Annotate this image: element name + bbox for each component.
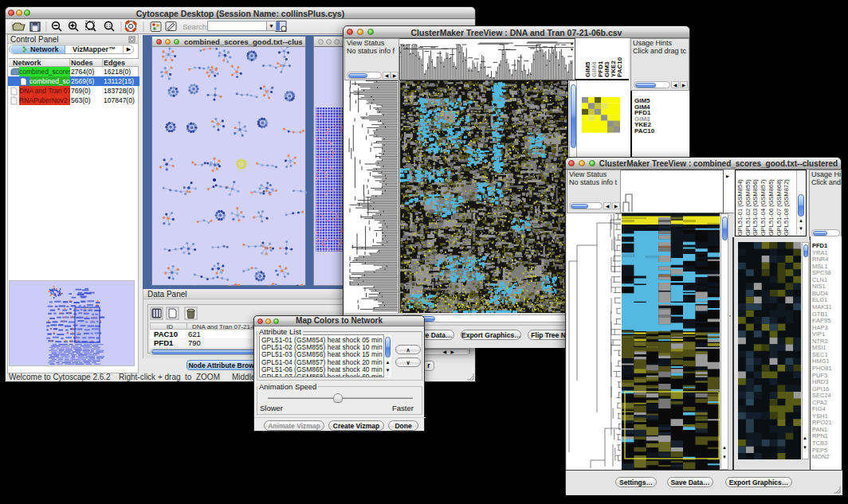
svg-text:1:1: 1:1 — [106, 24, 112, 28]
